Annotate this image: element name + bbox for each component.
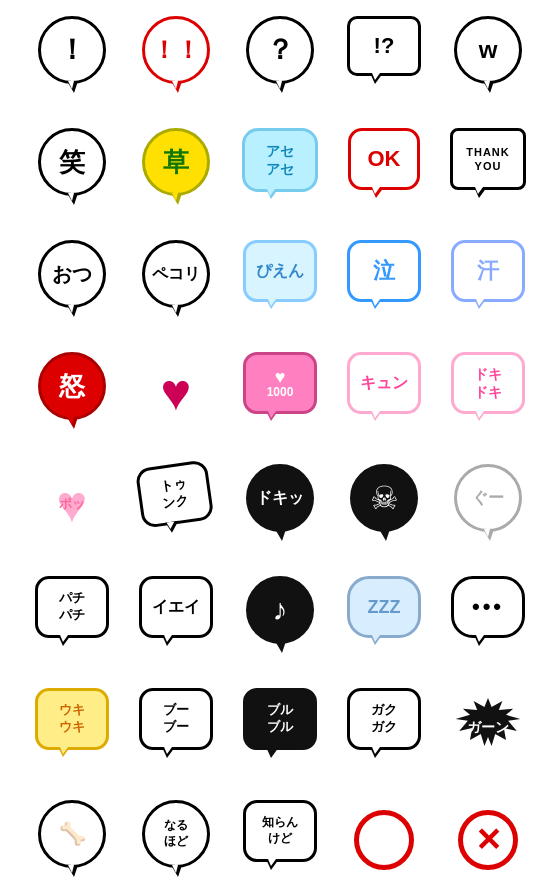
sticker-27[interactable]: イエイ xyxy=(126,562,226,670)
sticker-32-text: ブーブー xyxy=(163,702,189,736)
sticker-29-text: ZZZ xyxy=(368,597,401,618)
sticker-22[interactable]: トゥンク xyxy=(126,450,226,558)
sticker-21-text: ポッ xyxy=(59,495,85,513)
sticker-11[interactable]: おつ xyxy=(22,226,122,334)
sticker-18-text: 1000 xyxy=(267,386,294,398)
sticker-7-text: 草 xyxy=(163,145,189,180)
sticker-14-text: 泣 xyxy=(373,256,395,286)
sticker-5[interactable]: w xyxy=(438,2,538,110)
sticker-2[interactable]: ！！ xyxy=(126,2,226,110)
sticker-18-heart: ♥ xyxy=(275,368,286,386)
sticker-39[interactable] xyxy=(334,786,434,894)
sticker-36-text: 🦴 xyxy=(59,821,86,847)
sticker-38[interactable]: 知らんけど xyxy=(230,786,330,894)
sticker-32[interactable]: ブーブー xyxy=(126,674,226,782)
sticker-15-text: 汗 xyxy=(477,256,499,286)
sticker-1-text: ！ xyxy=(58,31,86,69)
sticker-20-text: ドキドキ xyxy=(474,365,502,401)
sticker-25-text: ぐー xyxy=(472,488,504,509)
sticker-33-text: ブルブル xyxy=(267,702,293,736)
sticker-40-text: ✕ xyxy=(475,824,502,856)
sticker-22-text: トゥンク xyxy=(159,476,189,513)
sticker-1[interactable]: ！ xyxy=(22,2,122,110)
sticker-3[interactable]: ？ xyxy=(230,2,330,110)
sticker-26[interactable]: パチパチ xyxy=(22,562,122,670)
sticker-grid: ！ ！！ ？ !? xyxy=(14,0,546,896)
sticker-5-text: w xyxy=(479,36,498,64)
sticker-20[interactable]: ドキドキ xyxy=(438,338,538,446)
sticker-19-text: キュン xyxy=(360,373,408,394)
sticker-16-text: 怒 xyxy=(59,369,85,404)
sticker-3-text: ？ xyxy=(266,31,294,69)
sticker-21[interactable]: ♥ ポッ xyxy=(22,450,122,558)
sticker-25[interactable]: ぐー xyxy=(438,450,538,558)
sticker-10[interactable]: THANKYOU xyxy=(438,114,538,222)
sticker-23-text: ドキッ xyxy=(256,488,304,509)
sticker-11-text: おつ xyxy=(52,261,92,288)
sticker-34[interactable]: ガクガク xyxy=(334,674,434,782)
sticker-7[interactable]: 草 xyxy=(126,114,226,222)
sticker-4[interactable]: !? xyxy=(334,2,434,110)
sticker-39-circle xyxy=(354,810,414,870)
sticker-2-text: ！！ xyxy=(152,34,200,66)
sticker-30[interactable]: ••• xyxy=(438,562,538,670)
sticker-9-text: OK xyxy=(368,146,401,172)
sticker-34-text: ガクガク xyxy=(371,702,397,736)
sticker-13[interactable]: ぴえん xyxy=(230,226,330,334)
sticker-28-text: ♪ xyxy=(273,593,288,627)
sticker-8-text: アセアセ xyxy=(266,142,294,178)
sticker-30-text: ••• xyxy=(472,594,504,620)
sticker-31-text: ウキウキ xyxy=(59,702,85,736)
sticker-24[interactable]: ☠ xyxy=(334,450,434,558)
sticker-33[interactable]: ブルブル xyxy=(230,674,330,782)
sticker-37[interactable]: なるほど xyxy=(126,786,226,894)
sticker-8[interactable]: アセアセ xyxy=(230,114,330,222)
sticker-38-text: 知らんけど xyxy=(262,815,298,846)
sticker-17[interactable]: ♥ xyxy=(126,338,226,446)
sticker-35[interactable]: ガーン xyxy=(438,674,538,782)
sticker-17-text: ♥ xyxy=(161,366,192,418)
sticker-10-text: THANKYOU xyxy=(466,145,510,174)
sticker-19[interactable]: キュン xyxy=(334,338,434,446)
sticker-15[interactable]: 汗 xyxy=(438,226,538,334)
sticker-35-text: ガーン xyxy=(467,719,509,737)
sticker-36[interactable]: 🦴 xyxy=(22,786,122,894)
sticker-31[interactable]: ウキウキ xyxy=(22,674,122,782)
sticker-28[interactable]: ♪ xyxy=(230,562,330,670)
sticker-23[interactable]: ドキッ xyxy=(230,450,330,558)
sticker-26-text: パチパチ xyxy=(59,590,85,624)
sticker-27-text: イエイ xyxy=(152,597,200,618)
sticker-16[interactable]: 怒 xyxy=(22,338,122,446)
sticker-40[interactable]: ✕ xyxy=(438,786,538,894)
sticker-29[interactable]: ZZZ xyxy=(334,562,434,670)
sticker-12[interactable]: ペコリ xyxy=(126,226,226,334)
sticker-4-text: !? xyxy=(374,33,395,59)
sticker-18[interactable]: ♥ 1000 xyxy=(230,338,330,446)
sticker-13-text: ぴえん xyxy=(256,261,304,282)
sticker-14[interactable]: 泣 xyxy=(334,226,434,334)
sticker-9[interactable]: OK xyxy=(334,114,434,222)
sticker-40-circle: ✕ xyxy=(458,810,518,870)
sticker-12-text: ペコリ xyxy=(152,264,200,285)
sticker-6-text: 笑 xyxy=(59,145,85,180)
sticker-37-text: なるほど xyxy=(164,818,188,849)
sticker-6[interactable]: 笑 xyxy=(22,114,122,222)
sticker-24-text: ☠ xyxy=(370,479,399,517)
